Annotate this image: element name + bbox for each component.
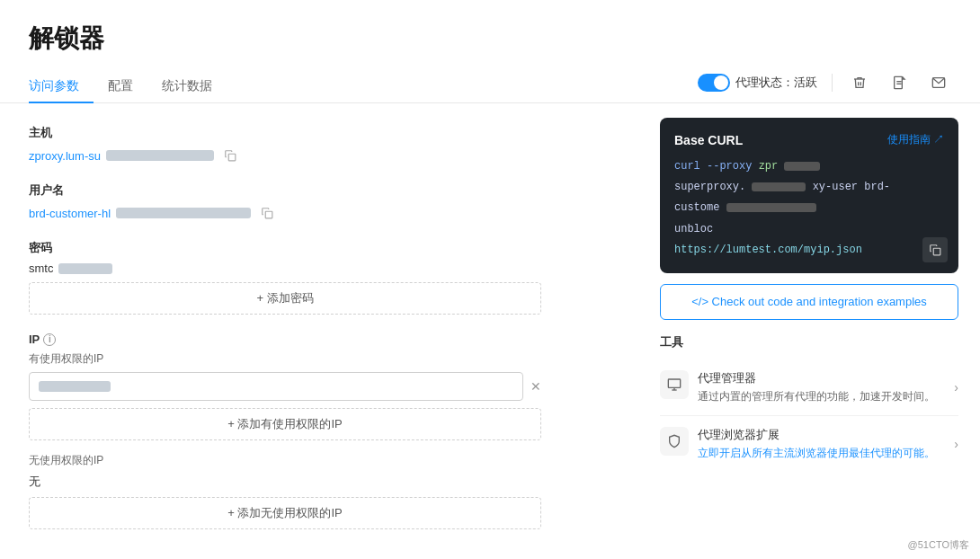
no-ip-text: 无	[29, 474, 610, 490]
username-section: 用户名 brd-customer-hl	[29, 182, 610, 222]
password-section: 密码 smtc + 添加密码	[29, 240, 610, 315]
ip-section: IP i 有使用权限的IP ✕ + 添加有使用权限的IP 无使用权限的IP 无 …	[29, 333, 610, 529]
left-panel: 主机 zproxy.lum-su 用户名	[0, 103, 638, 559]
watermark: @51CTO博客	[908, 538, 969, 552]
main-content: 主机 zproxy.lum-su 用户名	[0, 103, 980, 559]
code-url: https://lumtest.com/myip.json	[674, 244, 862, 256]
ip-blur	[39, 381, 111, 392]
password-prefix: smtc	[29, 262, 53, 275]
add-authorized-ip-btn[interactable]: + 添加有使用权限的IP	[29, 408, 541, 440]
host-prefix: zproxy.lum-su	[29, 149, 101, 163]
page-header: 解锁器 访问参数 配置 统计数据 代理状态：活跃	[0, 0, 980, 103]
tab-access[interactable]: 访问参数	[29, 71, 94, 103]
add-unauthorized-ip-btn[interactable]: + 添加无使用权限的IP	[29, 497, 541, 529]
proxy-status-text: 代理状态：活跃	[735, 75, 817, 91]
message-icon-btn[interactable]	[926, 70, 951, 95]
delete-icon-btn[interactable]	[847, 70, 872, 95]
code-curl: curl --proxy	[674, 160, 759, 173]
right-panel: Base CURL 使用指南 ↗ curl --proxy zpr superp…	[638, 103, 980, 559]
host-label: 主机	[29, 125, 610, 141]
svg-rect-6	[933, 248, 940, 255]
host-value: zproxy.lum-su	[29, 149, 214, 163]
username-blur	[116, 208, 251, 218]
code-block-header: Base CURL 使用指南 ↗	[674, 132, 944, 147]
authorized-ip-label: 有使用权限的IP	[29, 351, 610, 367]
add-password-btn[interactable]: + 添加密码	[29, 282, 541, 315]
code-proxy-val: zpr	[759, 160, 779, 173]
tab-stats[interactable]: 统计数据	[147, 71, 227, 103]
unauthorized-ip-label: 无使用权限的IP	[29, 453, 610, 468]
tabs-row: 访问参数 配置 统计数据 代理状态：活跃	[29, 70, 951, 102]
remove-ip-btn[interactable]: ✕	[530, 379, 541, 394]
browser-ext-arrow: ›	[954, 437, 958, 451]
password-blur	[58, 263, 112, 274]
proxy-manager-content: 代理管理器 通过内置的管理所有代理的功能，加速开发时间。	[698, 370, 945, 404]
browser-ext-name: 代理浏览器扩展	[698, 427, 945, 443]
svg-rect-0	[895, 76, 903, 88]
username-prefix: brd-customer-hl	[29, 207, 111, 220]
username-copy-btn[interactable]	[258, 204, 276, 222]
header-actions: 代理状态：活跃	[698, 70, 951, 102]
code-superproxy: superproxy.	[674, 181, 745, 193]
code-block: Base CURL 使用指南 ↗ curl --proxy zpr superp…	[660, 118, 958, 273]
browser-ext-content: 代理浏览器扩展 立即开启从所有主流浏览器使用最佳代理的可能。	[698, 427, 945, 461]
code-blur-2	[752, 182, 806, 191]
tabs: 访问参数 配置 统计数据	[29, 71, 227, 102]
toggle-thumb	[714, 75, 728, 90]
proxy-toggle[interactable]: 代理状态：活跃	[698, 74, 817, 92]
page-title: 解锁器	[29, 22, 951, 56]
host-section: 主机 zproxy.lum-su	[29, 125, 610, 164]
authorized-ip-input[interactable]	[29, 372, 523, 401]
svg-rect-5	[265, 211, 272, 218]
tools-section: 工具 代理管理器 通过内置的管理所有代理的功能，加速开发时间。	[660, 334, 958, 472]
proxy-manager-arrow: ›	[954, 380, 958, 395]
ip-label: IP i	[29, 333, 610, 346]
toggle-track[interactable]	[698, 74, 730, 92]
code-custome: custome	[674, 201, 719, 214]
code-xyuser: xy-user brd-	[813, 181, 890, 193]
browser-ext-desc: 立即开启从所有主流浏览器使用最佳代理的可能。	[698, 446, 945, 461]
integration-btn[interactable]: </> Check out code and integration examp…	[660, 284, 958, 320]
proxy-manager-desc: 通过内置的管理所有代理的功能，加速开发时间。	[698, 389, 945, 404]
proxy-manager-icon	[660, 370, 689, 399]
tab-config[interactable]: 配置	[94, 71, 147, 103]
usage-guide-link[interactable]: 使用指南 ↗	[887, 132, 944, 147]
username-label: 用户名	[29, 182, 610, 199]
divider	[832, 74, 833, 92]
username-value: brd-customer-hl	[29, 207, 251, 220]
tool-browser-ext[interactable]: 代理浏览器扩展 立即开启从所有主流浏览器使用最佳代理的可能。 ›	[660, 416, 958, 472]
code-copy-btn[interactable]	[922, 237, 948, 262]
document-icon-btn[interactable]	[886, 70, 912, 95]
authorized-ip-row: ✕	[29, 372, 610, 401]
tool-proxy-manager[interactable]: 代理管理器 通过内置的管理所有代理的功能，加速开发时间。 ›	[660, 359, 958, 416]
host-value-row: zproxy.lum-su	[29, 146, 610, 164]
proxy-manager-name: 代理管理器	[698, 370, 945, 386]
password-value-row: smtc	[29, 262, 610, 275]
code-blur-3	[726, 203, 816, 212]
code-unbloc: unbloc	[674, 223, 713, 235]
password-value: smtc	[29, 262, 112, 275]
svg-rect-4	[228, 154, 236, 161]
host-copy-btn[interactable]	[221, 146, 239, 164]
browser-ext-icon	[660, 427, 689, 456]
code-block-title: Base CURL	[674, 133, 743, 147]
username-value-row: brd-customer-hl	[29, 204, 610, 222]
tools-label: 工具	[660, 334, 958, 350]
svg-rect-7	[668, 379, 680, 387]
password-label: 密码	[29, 240, 610, 256]
ip-info-icon[interactable]: i	[43, 333, 56, 346]
code-blur-1	[784, 162, 820, 171]
code-content: curl --proxy zpr superproxy. xy-user brd…	[674, 158, 944, 259]
host-blur	[106, 150, 214, 161]
